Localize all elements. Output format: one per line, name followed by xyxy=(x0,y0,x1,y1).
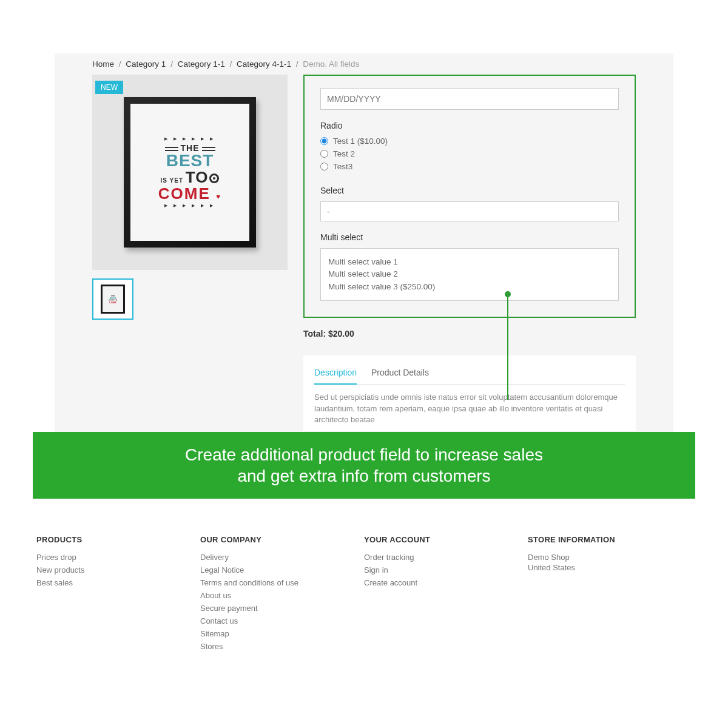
footer-link-legal[interactable]: Legal Notice xyxy=(200,565,364,575)
product-options: Radio Test 1 ($10.00) Test 2 Test3 Selec… xyxy=(303,75,636,431)
product-gallery: NEW ▶ ▶ ▶ ▶ ▶ ▶ THE BEST IS YET TO COME … xyxy=(92,75,288,431)
poster-text-isyet: IS YET xyxy=(161,177,184,184)
footer-products-col: PRODUCTS Prices drop New products Best s… xyxy=(36,535,200,655)
select-dropdown[interactable]: - xyxy=(320,201,619,221)
footer-link-secure-payment[interactable]: Secure payment xyxy=(200,604,364,613)
footer-link-order-tracking[interactable]: Order tracking xyxy=(364,553,528,562)
radio-option-label: Test3 xyxy=(333,162,352,171)
radio-option-1[interactable]: Test 1 ($10.00) xyxy=(320,136,619,146)
custom-fields-highlight: Radio Test 1 ($10.00) Test 2 Test3 Selec… xyxy=(303,75,636,318)
multiselect-option[interactable]: Multi select value 3 ($250.00) xyxy=(328,281,611,293)
breadcrumb-category-1-1[interactable]: Category 1-1 xyxy=(178,59,225,69)
breadcrumb-current: Demo. All fields xyxy=(303,59,359,69)
footer-heading: OUR COMPANY xyxy=(200,535,364,544)
tab-product-details[interactable]: Product Details xyxy=(371,363,429,384)
breadcrumb-separator: / xyxy=(296,59,298,69)
footer-heading: STORE INFORMATION xyxy=(528,535,692,544)
total-price: Total: $20.00 xyxy=(303,329,636,339)
connector-line xyxy=(507,294,508,400)
breadcrumb-separator: / xyxy=(119,59,121,69)
product-tabs: Description Product Details Sed ut persp… xyxy=(303,356,636,431)
footer-link-contact[interactable]: Contact us xyxy=(200,616,364,625)
breadcrumb-category-1[interactable]: Category 1 xyxy=(126,59,166,69)
select-label: Select xyxy=(320,186,619,195)
decorative-triangles: ▶ ▶ ▶ ▶ ▶ ▶ xyxy=(147,203,232,208)
footer-heading: YOUR ACCOUNT xyxy=(364,535,528,544)
description-content: Sed ut perspiciatis unde omnis iste natu… xyxy=(314,385,625,426)
poster-text-come: COME ♥ xyxy=(147,187,232,201)
footer-heading: PRODUCTS xyxy=(36,535,200,544)
radio-input[interactable] xyxy=(320,150,328,158)
promo-callout: Create additional product field to incre… xyxy=(33,432,695,499)
footer-link-new-products[interactable]: New products xyxy=(36,565,200,575)
footer-link-sitemap[interactable]: Sitemap xyxy=(200,629,364,638)
multiselect-label: Multi select xyxy=(320,232,619,242)
radio-input[interactable] xyxy=(320,163,328,170)
decorative-triangles: ▶ ▶ ▶ ▶ ▶ ▶ xyxy=(147,136,232,141)
radio-option-label: Test 1 ($10.00) xyxy=(333,136,388,146)
footer: PRODUCTS Prices drop New products Best s… xyxy=(0,499,728,655)
breadcrumb: Home / Category 1 / Category 1-1 / Categ… xyxy=(55,53,673,75)
footer-link-delivery[interactable]: Delivery xyxy=(200,553,364,562)
footer-store-info-col: STORE INFORMATION Demo Shop United State… xyxy=(528,535,692,655)
footer-link-sign-in[interactable]: Sign in xyxy=(364,565,528,575)
callout-line-2: and get extra info from customers xyxy=(57,465,671,487)
footer-link-terms[interactable]: Terms and conditions of use xyxy=(200,578,364,587)
multiselect-box[interactable]: Multi select value 1 Multi select value … xyxy=(320,248,619,301)
radio-option-label: Test 2 xyxy=(333,149,355,158)
breadcrumb-category-4-1-1[interactable]: Category 4-1-1 xyxy=(237,59,291,69)
breadcrumb-separator: / xyxy=(170,59,173,69)
radio-group-label: Radio xyxy=(320,121,619,130)
multiselect-option[interactable]: Multi select value 1 xyxy=(328,256,611,268)
store-country: United States xyxy=(528,563,692,572)
breadcrumb-home[interactable]: Home xyxy=(92,59,114,69)
radio-option-3[interactable]: Test3 xyxy=(320,162,619,171)
footer-link-stores[interactable]: Stores xyxy=(200,642,364,651)
footer-account-col: YOUR ACCOUNT Order tracking Sign in Crea… xyxy=(364,535,528,655)
footer-link-prices-drop[interactable]: Prices drop xyxy=(36,553,200,562)
radio-input[interactable] xyxy=(320,137,328,145)
footer-link-create-account[interactable]: Create account xyxy=(364,578,528,587)
footer-link-about[interactable]: About us xyxy=(200,591,364,600)
breadcrumb-separator: / xyxy=(229,59,232,69)
product-main-image[interactable]: NEW ▶ ▶ ▶ ▶ ▶ ▶ THE BEST IS YET TO COME … xyxy=(92,75,288,270)
poster-frame: ▶ ▶ ▶ ▶ ▶ ▶ THE BEST IS YET TO COME ♥ ▶ … xyxy=(124,97,256,248)
page-content: Home / Category 1 / Category 1-1 / Categ… xyxy=(55,53,673,499)
callout-line-1: Create additional product field to incre… xyxy=(57,444,671,465)
new-badge: NEW xyxy=(95,81,123,94)
product-thumbnail[interactable]: THE BEST IS YET TO COME xyxy=(92,278,133,320)
date-input[interactable] xyxy=(320,88,619,110)
poster-text-best: BEST xyxy=(147,153,232,168)
footer-company-col: OUR COMPANY Delivery Legal Notice Terms … xyxy=(200,535,364,655)
multiselect-option[interactable]: Multi select value 2 xyxy=(328,268,611,280)
radio-option-2[interactable]: Test 2 xyxy=(320,149,619,158)
store-name: Demo Shop xyxy=(528,553,692,562)
footer-link-best-sales[interactable]: Best sales xyxy=(36,578,200,587)
tab-description[interactable]: Description xyxy=(314,363,357,385)
